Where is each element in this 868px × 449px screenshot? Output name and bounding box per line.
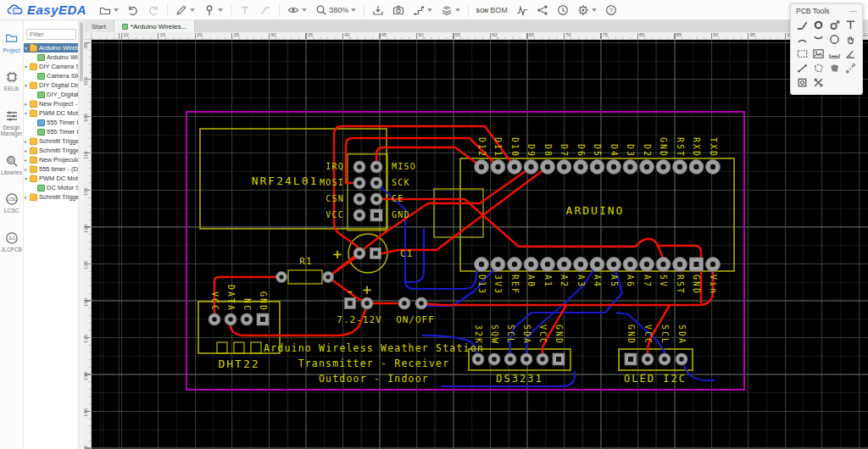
arduino-pin-label[interactable]: D7: [559, 144, 569, 158]
dht22-notch[interactable]: [217, 342, 227, 353]
scrollbar-thumb[interactable]: [80, 22, 83, 81]
arc-tool-icon[interactable]: [794, 32, 810, 47]
dht22-pin-label[interactable]: GND: [259, 291, 268, 312]
ds3231-pin-label[interactable]: SDA: [522, 324, 531, 345]
tree-item[interactable]: ▸New Projeculat - (C: [24, 155, 78, 164]
tree-item[interactable]: ▸Schmitt Trigger01 -: [24, 136, 78, 146]
hole-tool-icon[interactable]: [794, 75, 810, 90]
share-icon[interactable]: [533, 2, 552, 19]
ds3231-pin-label[interactable]: SCL: [506, 324, 515, 345]
tree-item[interactable]: 555 Timer DC Mo: [24, 118, 78, 127]
tab-arduino-wireless[interactable]: *Arduino Wireles...: [114, 20, 195, 32]
ds3231-label[interactable]: DS3231: [496, 373, 542, 385]
switch-label[interactable]: ON/OFF: [396, 314, 435, 325]
tree-item[interactable]: DIY_Digital_Dista: [24, 90, 78, 99]
arduino-pin-label[interactable]: D6: [576, 144, 586, 158]
arduino-pin-label[interactable]: A1: [543, 274, 553, 288]
easyeda-logo[interactable]: EasyEDA: [0, 3, 95, 17]
sidebar-item-design-manager[interactable]: Design Manager: [0, 104, 23, 142]
oled-pin-label[interactable]: SDA: [677, 324, 687, 345]
via-tool-icon[interactable]: [826, 18, 843, 32]
nrf-pin-label[interactable]: IRQ: [326, 162, 344, 171]
tree-item[interactable]: ▾Arduino Wireless W: [24, 43, 78, 53]
camera-icon[interactable]: [389, 2, 408, 19]
minimize-icon[interactable]: —: [849, 8, 857, 14]
tree-item[interactable]: ▸Schmitt Trigger01 -: [24, 146, 78, 155]
cutout-tool-icon[interactable]: [810, 75, 826, 90]
arduino-label[interactable]: ARDUINO: [566, 204, 625, 217]
nrf-pin-label[interactable]: SCK: [392, 178, 410, 187]
nrf-pin-label[interactable]: GND: [392, 210, 410, 219]
image-tool-icon[interactable]: [810, 47, 826, 61]
arduino-pin-label[interactable]: RST: [676, 137, 685, 158]
drag-tool-icon[interactable]: [843, 32, 859, 47]
dht22-pin-label[interactable]: DATA: [226, 285, 236, 312]
chevron-down-icon[interactable]: [218, 8, 223, 12]
arduino-pin-label[interactable]: D13: [477, 274, 487, 295]
tree-item[interactable]: Camera Slider Pro: [24, 71, 78, 80]
board-title-line[interactable]: Outdoor - Indoor: [319, 373, 429, 385]
chevron-down-icon[interactable]: [302, 8, 307, 12]
folder-icon[interactable]: [96, 2, 122, 19]
c1-plus-mark[interactable]: +: [333, 245, 342, 263]
oled-pin-label[interactable]: VCC: [643, 324, 653, 345]
pin-icon[interactable]: [200, 2, 226, 19]
arduino-pin-label[interactable]: A7: [643, 274, 652, 288]
ds3231-pin-label[interactable]: VCC: [538, 324, 548, 345]
dht22-label[interactable]: DHT22: [218, 358, 259, 370]
c1-label[interactable]: C1: [400, 248, 414, 259]
layers-icon[interactable]: [437, 2, 464, 19]
rect-tool-icon[interactable]: [794, 47, 810, 61]
arduino-pin-label[interactable]: A0: [526, 274, 536, 288]
arduino-pin-label[interactable]: D5: [593, 144, 602, 158]
board-title-line[interactable]: Transmitter - Receiver: [298, 358, 450, 369]
circle-tool-icon[interactable]: [826, 32, 843, 47]
tree-item[interactable]: 555 Timer PWM S: [24, 127, 78, 136]
chevron-down-icon[interactable]: [592, 8, 597, 12]
chevron-down-icon[interactable]: [455, 8, 460, 12]
tree-item[interactable]: ▸New Project - (Deja: [24, 99, 78, 108]
dht22-pin-label[interactable]: NC: [242, 298, 252, 312]
connection-tool-icon[interactable]: [843, 61, 859, 75]
gear-icon[interactable]: [574, 2, 600, 19]
arduino-pin-label[interactable]: A4: [593, 274, 602, 288]
power-plus-mark[interactable]: +: [363, 280, 372, 298]
tree-item[interactable]: Arduino Wireless: [24, 53, 78, 62]
pencil-icon[interactable]: [172, 2, 198, 19]
zoom-icon[interactable]: 380%: [312, 2, 359, 19]
sidebar-item-lcsc[interactable]: LCSCLCSC: [0, 187, 23, 219]
arduino-pin-label[interactable]: RST: [676, 274, 685, 295]
ds3231-pin-label[interactable]: SQW: [490, 324, 499, 345]
oled-label[interactable]: OLED I2C: [624, 373, 687, 385]
arduino-pin-label[interactable]: GND: [692, 274, 701, 295]
eye-icon[interactable]: [284, 2, 310, 19]
chevron-down-icon[interactable]: [351, 8, 356, 12]
nrf-pin-label[interactable]: CSN: [326, 194, 344, 203]
nrf-pin-label[interactable]: MOSI: [320, 178, 344, 187]
bom-icon[interactable]: BOMBOM: [473, 2, 511, 19]
r1-label[interactable]: R1: [299, 256, 313, 267]
arduino-pin-label[interactable]: D2: [643, 144, 652, 158]
help-icon[interactable]: ?: [602, 2, 620, 19]
arduino-pin-label[interactable]: D8: [543, 144, 553, 158]
chevron-down-icon[interactable]: [190, 8, 195, 12]
arduino-pin-label[interactable]: 5V: [659, 274, 668, 288]
arduino-pin-label[interactable]: A6: [626, 274, 635, 288]
ds3231-pin-label[interactable]: GND: [554, 324, 564, 345]
oled-pin-label[interactable]: GND: [626, 324, 636, 345]
line-tool-icon[interactable]: [794, 61, 810, 75]
nrf-pin-label[interactable]: CE: [392, 194, 403, 203]
pcb-board-svg[interactable]: NRF24L01ARDUINOIRQMOSICSNVCCMISOSCKCEGND…: [92, 40, 868, 449]
sidebar-item-libraries[interactable]: Libraries: [0, 149, 23, 180]
waveform-icon[interactable]: [513, 2, 531, 19]
tree-item[interactable]: ▸555 timer - (DejanN: [24, 164, 78, 174]
arduino-pin-label[interactable]: A5: [609, 274, 619, 288]
protractor-tool-icon[interactable]: [843, 47, 859, 61]
track-tool-icon[interactable]: [794, 18, 810, 32]
tree-item[interactable]: DC Motor Speed: [24, 183, 78, 192]
nrf-pin-label[interactable]: VCC: [326, 210, 344, 219]
r1-outline[interactable]: [288, 270, 322, 284]
chevron-down-icon[interactable]: [114, 8, 119, 12]
copper-area-tool-icon[interactable]: [810, 61, 826, 75]
dht22-notch[interactable]: [234, 342, 244, 353]
